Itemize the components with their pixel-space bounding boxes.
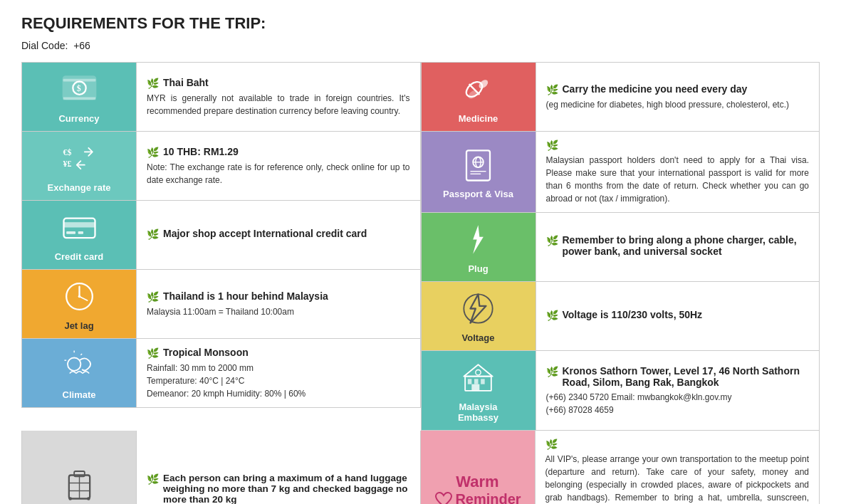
medicine-row: Medicine 🌿 Carry the medicine you need e… bbox=[421, 62, 820, 132]
svg-rect-8 bbox=[63, 222, 95, 227]
svg-rect-32 bbox=[474, 379, 479, 384]
bottom-row: Luggage 🌿 Each person can bring a maximu… bbox=[21, 431, 820, 504]
reminder-title: 🌿 bbox=[545, 438, 810, 450]
svg-point-21 bbox=[477, 78, 489, 90]
svg-rect-10 bbox=[78, 231, 83, 234]
reminder-text: All VIP's, please arrange your own trans… bbox=[545, 453, 810, 504]
exchange-text: Note: The exchange rate is for reference… bbox=[147, 161, 410, 187]
jetlag-label: Jet lag bbox=[64, 320, 93, 331]
leaf-icon-embassy: 🌿 bbox=[546, 366, 558, 377]
jetlag-title: 🌿 Thailand is 1 hour behind Malaysia bbox=[147, 290, 410, 303]
climate-label: Climate bbox=[63, 389, 96, 400]
leaf-icon-luggage: 🌿 bbox=[147, 473, 159, 485]
currency-content: 🌿 Thai Baht MYR is generally not availab… bbox=[136, 63, 420, 131]
svg-rect-23 bbox=[466, 150, 490, 180]
page-title: REQUIREMENTS FOR THE TRIP: bbox=[21, 14, 820, 33]
medicine-icon-cell: Medicine bbox=[422, 63, 536, 131]
embassy-title: 🌿 Kronos Sathorn Tower, Level 17, 46 Nor… bbox=[546, 365, 810, 388]
medicine-content: 🌿 Carry the medicine you need every day … bbox=[536, 63, 820, 131]
embassy-icon bbox=[459, 358, 498, 397]
medicine-text: (eg medicine for diabetes, high blood pr… bbox=[546, 98, 810, 111]
exchange-icon: €$ ¥£ bbox=[60, 139, 99, 178]
exchange-label: Exchange rate bbox=[48, 182, 111, 193]
dial-code: Dial Code: +66 bbox=[21, 40, 820, 51]
plug-icon bbox=[459, 220, 498, 259]
svg-line-13 bbox=[79, 297, 87, 301]
medicine-label: Medicine bbox=[459, 113, 498, 124]
luggage-content: 🌿 Each person can bring a maximum of a h… bbox=[136, 431, 420, 504]
svg-rect-34 bbox=[471, 384, 479, 391]
svg-rect-3 bbox=[63, 98, 95, 100]
currency-icon-cell: $ Currency bbox=[22, 63, 136, 131]
exchange-content: 🌿 10 THB: RM1.29 Note: The exchange rate… bbox=[136, 132, 420, 200]
svg-text:€$: €$ bbox=[63, 147, 71, 157]
reminder-label: Reminder bbox=[455, 491, 521, 504]
plug-label: Plug bbox=[468, 263, 488, 274]
medicine-title: 🌿 Carry the medicine you need every day bbox=[546, 83, 810, 95]
svg-point-15 bbox=[68, 358, 80, 371]
heart-icon bbox=[434, 491, 454, 505]
currency-row: $ Currency 🌿 Thai Baht MYR is generally … bbox=[21, 62, 421, 132]
climate-title: 🌿 Tropical Monsoon bbox=[147, 347, 410, 359]
embassy-label: Malaysia Embassy bbox=[458, 401, 498, 423]
leaf-icon-climate: 🌿 bbox=[147, 347, 159, 359]
credit-icon bbox=[60, 208, 99, 247]
leaf-icon-exchange: 🌿 bbox=[147, 147, 159, 158]
svg-text:$: $ bbox=[76, 83, 80, 93]
currency-text: MYR is generally not available to trade … bbox=[147, 92, 410, 117]
embassy-content: 🌿 Kronos Sathorn Tower, Level 17, 46 Nor… bbox=[536, 351, 820, 430]
voltage-icon bbox=[459, 289, 498, 328]
reminder-warm: Warm bbox=[456, 473, 498, 491]
currency-icon: $ bbox=[60, 70, 99, 109]
voltage-row: Voltage 🌿 Voltage is 110/230 volts, 50Hz bbox=[421, 282, 820, 351]
passport-label: Passport & Visa bbox=[443, 189, 513, 199]
climate-icon-cell: Climate bbox=[22, 339, 136, 407]
climate-content: 🌿 Tropical Monsoon Rainfall: 30 mm to 20… bbox=[136, 339, 420, 407]
svg-point-41 bbox=[87, 497, 90, 500]
voltage-icon-cell: Voltage bbox=[422, 282, 536, 350]
reminder-row: Warm Reminder 🌿 All VIP's, please arrang… bbox=[421, 431, 820, 504]
climate-icon bbox=[60, 346, 99, 385]
passport-content: 🌿 Malaysian passport holders don't need … bbox=[536, 132, 820, 212]
passport-title: 🌿 bbox=[546, 139, 810, 151]
reminder-content: 🌿 All VIP's, please arrange your own tra… bbox=[535, 431, 820, 504]
passport-icon bbox=[459, 145, 498, 184]
leaf-icon-plug: 🌿 bbox=[546, 235, 558, 246]
plug-title: 🌿 Remember to bring along a phone charge… bbox=[546, 234, 810, 257]
voltage-label: Voltage bbox=[462, 332, 495, 343]
currency-title: 🌿 Thai Baht bbox=[147, 77, 410, 89]
main-grid: $ Currency 🌿 Thai Baht MYR is generally … bbox=[21, 62, 820, 431]
embassy-text: (+66) 2340 5720 Email: mwbangkok@kln.gov… bbox=[546, 391, 810, 416]
leaf-icon-jetlag: 🌿 bbox=[147, 291, 159, 303]
luggage-icon-cell: Luggage bbox=[22, 431, 136, 504]
svg-text:¥£: ¥£ bbox=[63, 159, 71, 169]
credit-title: 🌿 Major shop accept International credit… bbox=[147, 228, 410, 240]
plug-icon-cell: Plug bbox=[422, 213, 536, 281]
jetlag-text: Malaysia 11:00am = Thailand 10:00am bbox=[147, 305, 410, 318]
credit-row: Credit card 🌿 Major shop accept Internat… bbox=[21, 201, 421, 270]
left-column: $ Currency 🌿 Thai Baht MYR is generally … bbox=[21, 62, 421, 431]
luggage-row: Luggage 🌿 Each person can bring a maximu… bbox=[21, 431, 421, 504]
plug-content: 🌿 Remember to bring along a phone charge… bbox=[536, 213, 820, 281]
svg-rect-7 bbox=[63, 219, 95, 238]
passport-icon-cell: Passport & Visa bbox=[422, 132, 536, 212]
voltage-content: 🌿 Voltage is 110/230 volts, 50Hz bbox=[536, 282, 820, 350]
leaf-icon-currency: 🌿 bbox=[147, 78, 159, 89]
passport-row: Passport & Visa 🌿 Malaysian passport hol… bbox=[421, 132, 820, 213]
exchange-title: 🌿 10 THB: RM1.29 bbox=[147, 146, 410, 158]
climate-row: Climate 🌿 Tropical Monsoon Rainfall: 30 … bbox=[21, 339, 421, 408]
passport-text: Malaysian passport holders don't need to… bbox=[546, 154, 810, 205]
climate-text: Rainfall: 30 mm to 2000 mm Temperature: … bbox=[147, 362, 410, 400]
luggage-title: 🌿 Each person can bring a maximum of a h… bbox=[147, 473, 410, 504]
embassy-icon-cell: Malaysia Embassy bbox=[422, 351, 536, 430]
jetlag-content: 🌿 Thailand is 1 hour behind Malaysia Mal… bbox=[136, 270, 420, 338]
svg-rect-9 bbox=[66, 231, 75, 234]
plug-row: Plug 🌿 Remember to bring along a phone c… bbox=[421, 213, 820, 282]
reminder-icon-cell: Warm Reminder bbox=[421, 431, 535, 504]
exchange-row: €$ ¥£ Exchange rate 🌿 10 THB: RM1.29 Not… bbox=[21, 132, 421, 201]
embassy-row: Malaysia Embassy 🌿 Kronos Sathorn Tower,… bbox=[421, 351, 820, 431]
right-column: Medicine 🌿 Carry the medicine you need e… bbox=[421, 62, 820, 431]
svg-rect-33 bbox=[481, 379, 485, 384]
svg-rect-31 bbox=[468, 379, 472, 384]
exchange-icon-cell: €$ ¥£ Exchange rate bbox=[22, 132, 136, 200]
